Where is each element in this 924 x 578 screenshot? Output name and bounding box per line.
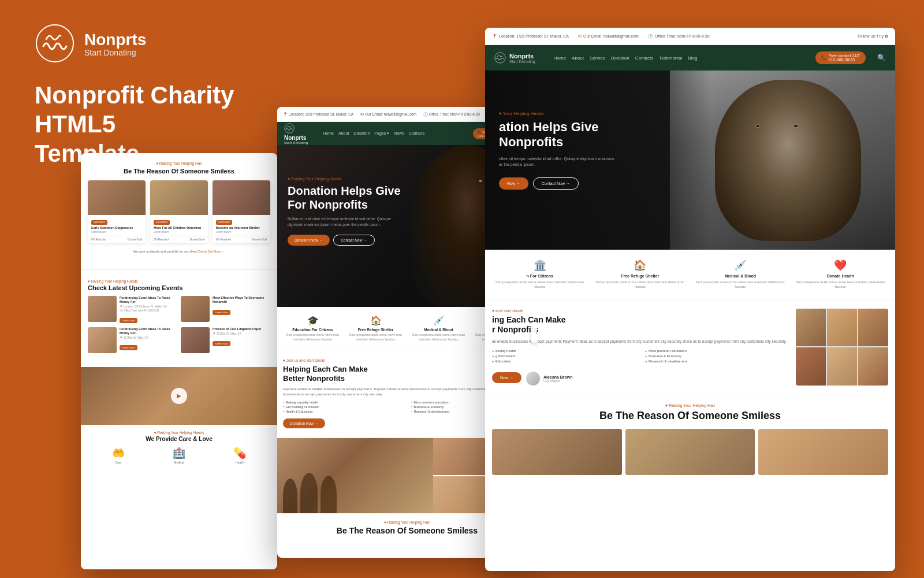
mw-nav-donation[interactable]: Donation	[353, 131, 370, 136]
rw-author: Aleesha Brown City Mayor	[526, 372, 573, 386]
mw-hero-sub: Raising Your Helping Hands	[288, 177, 401, 181]
rw-hero-sub: Your Helping Hands	[499, 111, 614, 116]
lw-event-title-1: Fundraising Event Ideas To Raise Money F…	[120, 296, 177, 304]
mw-bullet-2: Get Building Permission	[283, 405, 403, 409]
rw-bullet-col-left: quality health g Permission Education	[492, 349, 636, 365]
lw-cards-row: Education Early Detection Diagnosi ac Lo…	[88, 180, 270, 243]
lw-icon-sym-1: 🤲	[112, 447, 125, 460]
lw-card-3: Education Become an Volunteer Shelter Lo…	[213, 180, 270, 243]
rw-hero-content: Your Helping Hands ation Helps GiveNonpr…	[499, 111, 614, 190]
rw-service-icon-citizens: 🏛️	[492, 259, 588, 272]
lw-event-img-4	[181, 327, 210, 353]
rw-service-icon-donate-health: ❤️	[793, 259, 889, 272]
lw-cards-title: Be The Reason Of Someone Smiless	[88, 168, 270, 175]
rw-hero-desc: ultae sit tempo molestia id ad orthe. Qu…	[499, 156, 614, 168]
mw-service-icon-education: 🎓	[283, 315, 342, 326]
lw-event-meta-1: 📍 London, 129 Professor St. Maker, CA	[120, 305, 177, 308]
lw-event-title-3: Fundraising Event Ideas To Raise Money F…	[120, 327, 177, 335]
lw-card-img-2	[150, 180, 208, 215]
rw-nav: Nonprts Start Donating Home About Servic…	[485, 45, 895, 71]
rw-nav-links: Home About Service Donation Contacts Tes…	[554, 55, 698, 61]
rw-nav-cta[interactable]: 📞 Free contact 24/7610-668-30/30	[815, 51, 866, 64]
left-window: Raising Your Helping Han Be The Reason O…	[81, 153, 277, 569]
mw-nav-brand: Nonprts	[284, 135, 308, 141]
lw-play-button[interactable]: ▶	[171, 388, 187, 404]
rw-nav-testimonial[interactable]: Testimonial	[659, 55, 682, 61]
lw-photo-area: ▶	[81, 367, 277, 425]
rw-nav-donation[interactable]: Donation	[611, 55, 629, 61]
mw-hero-title: Donation Helps GiveFor Nonprofits	[288, 184, 401, 212]
lw-event-btn-1[interactable]: Details Now	[120, 318, 137, 323]
mw-service-desc-medical: Sed praeposito ande erma ratwe new maint…	[409, 333, 468, 342]
mw-collage-main	[277, 438, 433, 513]
rw-nav-about[interactable]: About	[572, 55, 584, 61]
lw-card-meta-2: Lorem ipsum	[150, 231, 208, 236]
mw-service-desc-shelter: Sed praeposito ande erma ratwe new maint…	[346, 333, 405, 342]
rw-service-medical: 💉 Medical & Blood Sed praeposito ande er…	[692, 259, 788, 290]
mw-arrow-right[interactable]: ›	[531, 322, 537, 343]
rw-collage-cell-3	[858, 309, 888, 347]
rw-service-icon-medical: 💉	[692, 259, 788, 272]
rw-collage-cell-1	[796, 309, 826, 347]
mw-donation-btn[interactable]: Donation Now →	[288, 235, 330, 246]
lw-event-btn-3[interactable]: Details Now	[120, 345, 137, 350]
rw-nav-logo: Nonprts Start Donating	[494, 52, 535, 64]
rw-logo-icon	[494, 52, 506, 64]
mw-hero-btns: Donation Now → Contact Now →	[288, 235, 401, 246]
mw-nav-pages[interactable]: Pages ▾	[374, 131, 389, 136]
mw-topbar-location: 📍 Location: 1/29 Professor St. Maker, CA	[283, 112, 353, 117]
lw-bottom-sub: Raising Your Helping Hands	[88, 431, 270, 435]
rw-contact-btn[interactable]: Contact Now →	[533, 177, 579, 190]
rw-service-desc-shelter: Sed praeposito ande erma ratwe new maint…	[593, 280, 688, 290]
lw-card-footer-2a: 0% Reached	[154, 238, 169, 241]
mw-nav-home[interactable]: Home	[323, 131, 334, 136]
lw-card-img-1	[88, 180, 146, 215]
rw-service-title-donate-health: Donate Health	[793, 274, 889, 278]
mw-bullet-3: Health & Education	[283, 410, 403, 413]
mw-bullet-col-left: Making a quality health Get Building Per…	[283, 401, 403, 414]
mw-donation-btn-2[interactable]: Donation Now →	[283, 418, 325, 428]
lw-event-meta-4: 📍 12 Bike St. Older, CA	[213, 332, 270, 335]
mw-nav-news[interactable]: News	[394, 131, 404, 136]
lw-event-3: Fundraising Event Ideas To Raise Money F…	[88, 327, 177, 353]
rw-collage-cell-6	[858, 347, 888, 386]
mw-nav-about[interactable]: About	[338, 131, 349, 136]
lw-card-footer-1: 0% Reached Donate Goal	[88, 236, 146, 243]
rw-bottom-title: Be The Reason Of Someone Smiless	[492, 410, 888, 422]
rw-nav-blog[interactable]: Blog	[688, 55, 697, 61]
lw-event-img-1	[88, 296, 117, 322]
lw-event-btn-4[interactable]: Details Now	[213, 341, 230, 346]
mw-service-desc-education: Sed praeposito ande erma ratwe new maint…	[283, 333, 342, 342]
mw-service-title-education: Education For Citizens	[283, 328, 342, 332]
rw-service-desc-citizens: Sed praeposito ande erma ratwe new maint…	[492, 280, 588, 290]
mw-contact-btn[interactable]: Contact Now →	[333, 235, 375, 246]
mw-nav-contacts[interactable]: Contacts	[409, 131, 425, 136]
lw-icon-sym-3: 💊	[233, 447, 246, 460]
lw-event-title-2: Most Effective Ways To Overcome Nonprofi…	[213, 296, 270, 304]
lw-bottom-title: We Provide Care & Love	[88, 436, 270, 442]
rw-donate-now-btn[interactable]: Now →	[499, 177, 528, 190]
rw-search-icon[interactable]: 🔍	[877, 54, 886, 62]
rw-nav-contacts[interactable]: Contacts	[635, 55, 654, 61]
rw-now-btn[interactable]: Now →	[492, 372, 521, 383]
mw-topbar-email: ✉ Our Email: helwalt@gmail.com	[360, 112, 416, 117]
rw-topbar-email: ✉ Our Email: helwalt@gmail.com	[578, 34, 639, 39]
rw-people-img-2	[625, 429, 755, 475]
rw-service-desc-donate-health: Sed praeposito ande erma ratwe new maint…	[793, 280, 889, 290]
lw-event-meta-3: 📍 12 Bike St. Older, CA	[120, 336, 177, 339]
lw-event-4: Process of Civil Litigation Paper 📍 12 B…	[181, 327, 270, 353]
rw-hero: Your Helping Hands ation Helps GiveNonpr…	[485, 71, 895, 250]
lw-icon-2: 🏥 Medical	[173, 447, 185, 464]
rw-brand-sub: Start Donating	[509, 60, 535, 64]
rw-brand-name: Nonprts	[509, 53, 535, 60]
rw-middle-sub: and start donati	[492, 309, 789, 313]
rw-nav-home[interactable]: Home	[554, 55, 566, 61]
mw-collage-main-img	[277, 438, 433, 513]
lw-icon-3: 💊 Health	[233, 447, 246, 464]
lw-icon-label-1: Care	[112, 461, 125, 464]
rw-hero-btns: Now → Contact Now →	[499, 177, 614, 190]
svg-point-0	[36, 25, 73, 62]
rw-collage-cell-4	[796, 347, 826, 386]
lw-event-btn-2[interactable]: Details Now	[213, 310, 230, 315]
rw-nav-service[interactable]: Service	[590, 55, 605, 61]
